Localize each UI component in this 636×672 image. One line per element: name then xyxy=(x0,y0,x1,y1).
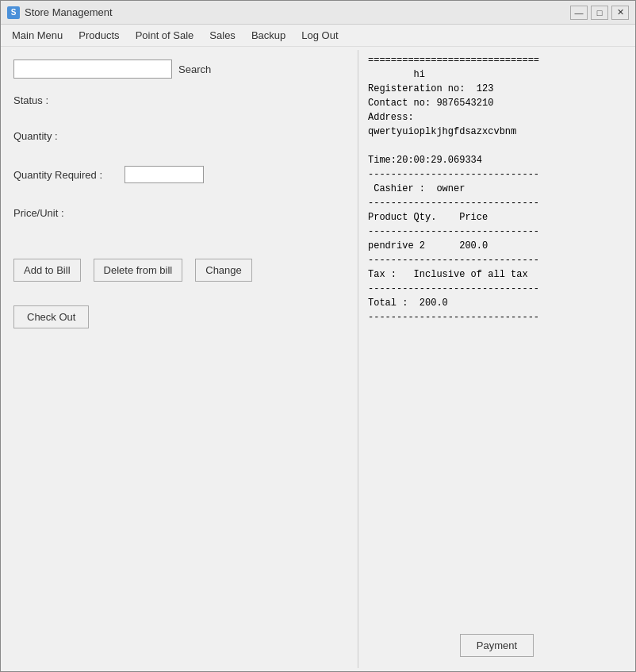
delete-from-bill-button[interactable]: Delete from bill xyxy=(94,259,183,282)
price-unit-row: Price/Unit : xyxy=(13,207,345,219)
search-input[interactable] xyxy=(13,60,172,79)
minimize-button[interactable]: — xyxy=(570,6,588,20)
menu-item-sales[interactable]: Sales xyxy=(201,26,243,44)
payment-button[interactable]: Payment xyxy=(460,634,534,657)
menu-item-main[interactable]: Main Menu xyxy=(4,26,71,44)
receipt-display: ============================== hi Regist… xyxy=(368,53,626,626)
search-row: Search xyxy=(13,60,345,79)
change-button[interactable]: Change xyxy=(195,259,252,282)
status-row: Status : xyxy=(13,94,345,106)
price-unit-label: Price/Unit : xyxy=(13,207,125,219)
payment-row: Payment xyxy=(368,626,626,665)
checkout-row: Check Out xyxy=(13,305,345,328)
restore-button[interactable]: □ xyxy=(591,6,608,20)
search-label: Search xyxy=(178,63,211,75)
menu-item-logout[interactable]: Log Out xyxy=(293,26,346,44)
quantity-row: Quantity : xyxy=(13,130,345,142)
quantity-required-input[interactable] xyxy=(125,166,204,183)
main-window: S Store Management — □ ✕ Main Menu Produ… xyxy=(0,0,636,672)
window-controls: — □ ✕ xyxy=(570,6,629,20)
app-icon: S xyxy=(7,6,20,19)
right-panel: ============================== hi Regist… xyxy=(358,47,635,671)
menu-item-products[interactable]: Products xyxy=(71,26,127,44)
quantity-required-row: Quantity Required : xyxy=(13,166,345,183)
close-button[interactable]: ✕ xyxy=(611,6,629,20)
add-to-bill-button[interactable]: Add to Bill xyxy=(13,259,81,282)
main-content: Search Status : Quantity : Quantity Requ… xyxy=(1,47,635,671)
menu-item-backup[interactable]: Backup xyxy=(243,26,293,44)
left-panel: Search Status : Quantity : Quantity Requ… xyxy=(1,47,358,671)
action-buttons: Add to Bill Delete from bill Change xyxy=(13,259,345,282)
quantity-label: Quantity : xyxy=(13,130,125,142)
menu-item-pos[interactable]: Point of Sale xyxy=(128,26,202,44)
menu-bar: Main Menu Products Point of Sale Sales B… xyxy=(1,25,635,47)
title-bar: S Store Management — □ ✕ xyxy=(1,1,635,25)
quantity-required-label: Quantity Required : xyxy=(13,169,125,181)
window-title: Store Management xyxy=(25,6,570,18)
check-out-button[interactable]: Check Out xyxy=(13,305,89,328)
status-label: Status : xyxy=(13,94,125,106)
